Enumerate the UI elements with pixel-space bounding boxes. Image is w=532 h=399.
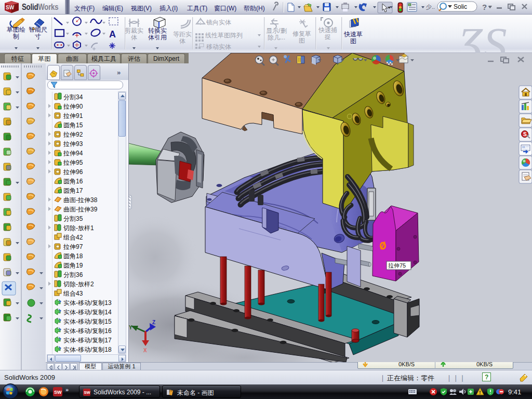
svg-text:S: S: [523, 131, 527, 137]
svg-text:Z: Z: [152, 320, 155, 325]
svg-text:SW: SW: [6, 5, 15, 10]
svg-text:SW: SW: [84, 390, 91, 395]
svg-text:A: A: [109, 29, 116, 39]
svg-text:SW: SW: [54, 390, 62, 395]
svg-text:Solic: Solic: [454, 3, 467, 10]
svg-text:X: X: [143, 348, 147, 353]
svg-text:»: »: [65, 387, 69, 393]
svg-text:少..: 少..: [426, 4, 435, 10]
svg-text:拉伸75: 拉伸75: [388, 262, 406, 269]
svg-text:Y: Y: [129, 325, 132, 330]
svg-text:?: ?: [482, 3, 487, 11]
